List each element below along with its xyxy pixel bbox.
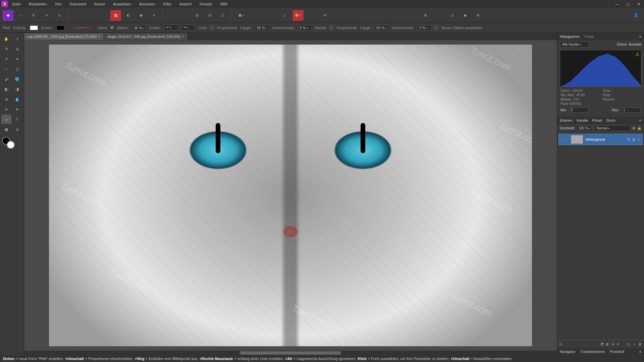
right-proportional-check[interactable] — [330, 26, 333, 29]
develop-persona-button[interactable]: ⚙ — [28, 10, 39, 21]
opacity-input[interactable]: 100 % — [577, 126, 592, 131]
menu-fenster[interactable]: Fenster — [198, 1, 213, 7]
stroke-settings-icon[interactable]: ⚙ — [110, 25, 114, 30]
end-right-dropdown[interactable]: ↷ — [181, 25, 195, 31]
close-tab-1-icon[interactable]: × — [98, 34, 100, 39]
pen-tool[interactable]: ✒ — [12, 105, 22, 114]
layer-visible-icon[interactable]: ✓ — [637, 137, 640, 142]
new-object-check[interactable] — [434, 26, 438, 29]
layer-thumbnail[interactable] — [571, 135, 583, 144]
histo-selection-button[interactable]: Auswahl — [629, 43, 641, 46]
crop-tool[interactable]: ⊡ — [12, 44, 22, 54]
invert-selection-button[interactable]: ⊡ — [217, 10, 228, 21]
add-mask-icon[interactable]: ◩ — [601, 342, 604, 346]
canvas-viewport[interactable]: TutKit.com TutKit.com TutKit.com TutKit.… — [24, 40, 557, 351]
menu-hilfe[interactable]: Hilfe — [219, 1, 229, 7]
menu-anordnen[interactable]: Anordnen — [138, 1, 157, 7]
histogram-tab[interactable]: Histogramm — [560, 35, 580, 39]
autowhite-button[interactable]: ✦ — [149, 10, 159, 21]
autocolor-button[interactable]: ◉ — [136, 10, 147, 21]
flood-select-tool[interactable]: ✦ — [12, 54, 22, 64]
layers-menu-icon[interactable]: ≡ — [639, 118, 641, 122]
layer-row[interactable]: ⋮⋮ Hintergrund ✎ ⊡ ✓ — [558, 134, 643, 145]
group-button[interactable]: ◎ — [447, 10, 458, 21]
menu-auswaehlen[interactable]: Auswählen — [112, 1, 132, 7]
navigator-tab[interactable]: Navigator — [560, 350, 576, 354]
end-left-dropdown[interactable]: ↶ — [165, 25, 178, 31]
panel-menu-icon[interactable]: ≡ — [639, 35, 641, 39]
delete-layer-icon[interactable]: 🗑 — [638, 342, 642, 346]
select-all-button[interactable]: ⊞ — [192, 10, 203, 21]
hand-tool[interactable]: ✋ — [1, 34, 11, 44]
minimize-button[interactable]: — — [613, 1, 621, 7]
gradient-tool[interactable]: ◧ — [1, 84, 11, 94]
photo-persona-button[interactable]: ◆ — [3, 10, 13, 21]
mask-icon[interactable]: ⊡ — [559, 342, 562, 346]
export-persona-button[interactable]: ⇲ — [54, 10, 64, 21]
layer-link-icon[interactable]: ⊡ — [632, 137, 635, 142]
brush-tab[interactable]: Pinsel — [592, 118, 602, 122]
align-button[interactable]: ≣ — [420, 10, 431, 21]
clone-tool[interactable]: ⊛ — [1, 95, 11, 104]
stroke-swatch[interactable] — [56, 25, 64, 30]
account-icon[interactable]: 👤 — [631, 10, 641, 21]
stroke-preview[interactable] — [68, 27, 95, 28]
color-picker-tool[interactable]: ✎ — [1, 44, 11, 54]
smudge-tool[interactable]: 💧 — [12, 95, 22, 104]
fill-tool[interactable]: 🪣 — [12, 74, 22, 84]
maximize-button[interactable]: ▢ — [624, 1, 632, 7]
bottom-menu-icon[interactable]: ≡ — [639, 350, 641, 354]
new-group-icon[interactable]: 🗀 — [627, 342, 631, 346]
quickmask-dropdown[interactable]: ◼ — [236, 10, 247, 21]
tone-persona-button[interactable]: ≋ — [41, 10, 52, 21]
left-length-input[interactable]: 50 % — [255, 25, 269, 31]
new-layer-icon[interactable]: ＋ — [633, 342, 636, 347]
assistant-button[interactable]: 👁 — [320, 10, 330, 21]
liquify-persona-button[interactable]: 〰 — [15, 10, 26, 21]
arrange-button[interactable]: ⫿ — [279, 10, 290, 21]
stock-tab[interactable]: Stock — [606, 118, 615, 122]
channel-dropdown[interactable]: Alle Kanäle — [560, 42, 589, 47]
add-fx-icon[interactable]: fx — [611, 342, 614, 346]
eraser-tool[interactable]: ◨ — [12, 84, 22, 94]
left-inset-input[interactable]: 0 % — [298, 25, 312, 31]
strength-input[interactable]: 35 % — [132, 25, 146, 31]
left-proportional-check[interactable] — [210, 26, 214, 29]
layer-lock-icon[interactable]: 🔒 — [637, 126, 641, 130]
autolevels-button[interactable]: ◐ — [123, 10, 134, 21]
document-tab-1[interactable]: cat-1045782_1920.jpg [Geändert] (75,0%) … — [24, 33, 104, 40]
protocol-tab[interactable]: Protokoll — [610, 350, 624, 354]
menu-dokument[interactable]: Dokument — [68, 1, 88, 7]
menu-text[interactable]: Text — [53, 1, 63, 7]
menu-bearbeiten[interactable]: Bearbeiten — [28, 1, 48, 7]
layers-tab[interactable]: Ebenen — [560, 118, 573, 122]
freehand-tool[interactable]: 〰 — [1, 64, 11, 74]
insert-button[interactable]: ⊕ — [473, 10, 483, 21]
channels-tab[interactable]: Kanäle — [577, 118, 588, 122]
menu-ebene[interactable]: Ebene — [93, 1, 106, 7]
text-tool[interactable]: T — [12, 115, 22, 124]
right-inset-input[interactable]: 0 % — [418, 25, 431, 31]
color-tab[interactable]: Farbe — [584, 35, 594, 39]
histo-layer-button[interactable]: Ebene — [617, 43, 627, 46]
layer-drag-icon[interactable]: ⋮⋮ — [561, 137, 568, 142]
zoom-tool[interactable]: ⊙ — [12, 125, 22, 134]
shape-tool[interactable]: ▱ — [1, 115, 11, 124]
brush-tool[interactable]: 🖌 — [1, 74, 11, 84]
add-adjust-icon[interactable]: ◐ — [606, 342, 609, 346]
mesh-tool[interactable]: ▦ — [1, 125, 11, 134]
snap-dropdown[interactable]: ⧉ — [293, 10, 304, 21]
marquee-tool[interactable]: ◻ — [12, 64, 22, 74]
canvas[interactable]: TutKit.com TutKit.com TutKit.com TutKit.… — [49, 45, 532, 346]
close-tab-2-icon[interactable]: × — [182, 34, 184, 39]
close-button[interactable]: ✕ — [635, 1, 643, 7]
ungroup-button[interactable]: ◉ — [460, 10, 471, 21]
document-tab-2[interactable]: stage-1531427_640.jpg [Geändert] (100,0%… — [104, 33, 188, 40]
dodge-tool[interactable]: ☀ — [1, 105, 11, 114]
autocontrast-button[interactable]: ▧ — [110, 10, 121, 21]
layer-edit-icon[interactable]: ✎ — [627, 137, 630, 142]
color-swatches[interactable] — [1, 137, 22, 151]
move-tool[interactable]: ↗ — [12, 34, 22, 44]
add-live-icon[interactable]: ≋ — [616, 342, 620, 346]
selection-brush-tool[interactable]: ✐ — [1, 54, 11, 64]
